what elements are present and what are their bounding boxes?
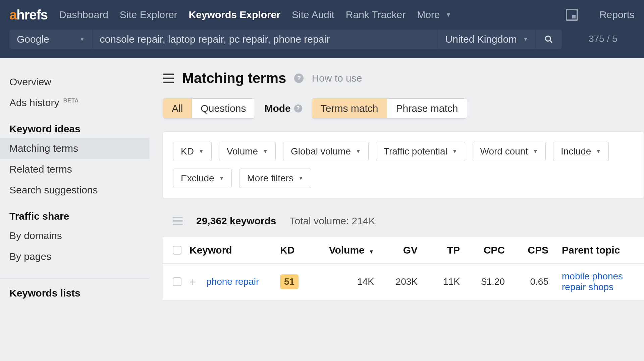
mode-row: All Questions Mode ? Terms match Phrase … [163, 98, 644, 119]
nav-dashboard[interactable]: Dashboard [59, 9, 108, 20]
usage-counter: 375 / 5 [589, 30, 618, 44]
chevron-down-icon: ▼ [219, 175, 224, 181]
select-all-checkbox[interactable] [173, 246, 181, 255]
how-to-use-link[interactable]: How to use [312, 73, 362, 84]
sidebar-item-ads-history[interactable]: Ads history BETA [0, 92, 149, 113]
logo-rest: hrefs [16, 7, 48, 22]
nav-more[interactable]: More ▼ [417, 9, 451, 20]
col-keyword[interactable]: Keyword [190, 244, 280, 256]
country-label: United Kingdom [445, 34, 517, 45]
sidebar-heading-keywords-lists: Keywords lists [0, 285, 149, 302]
nav-rank-tracker[interactable]: Rank Tracker [346, 9, 406, 20]
filter-more[interactable]: More filters▼ [239, 169, 311, 188]
search-engine-label: Google [17, 34, 49, 45]
row-checkbox[interactable] [173, 277, 181, 286]
sidebar-heading-traffic-share: Traffic share [0, 200, 149, 225]
sidebar-item-search-suggestions[interactable]: Search suggestions [0, 180, 149, 200]
chevron-down-icon: ▼ [452, 148, 458, 154]
sidebar-item-by-domains[interactable]: By domains [0, 225, 149, 246]
filter-exclude[interactable]: Exclude▼ [173, 169, 232, 188]
search-icon [544, 35, 553, 44]
kd-badge: 51 [280, 274, 299, 289]
filters-panel: KD▼ Volume▼ Global volume▼ Traffic poten… [163, 131, 644, 198]
menu-icon[interactable] [163, 74, 174, 83]
match-mode-toggle: Terms match Phrase match [312, 98, 467, 119]
total-volume: Total volume: 214K [290, 215, 375, 227]
chevron-down-icon: ▼ [298, 175, 304, 181]
chevron-down-icon: ▼ [596, 148, 601, 154]
help-icon[interactable]: ? [294, 74, 304, 83]
search-button[interactable] [536, 30, 562, 49]
chevron-down-icon: ▼ [523, 36, 528, 42]
logo[interactable]: ahrefs [9, 7, 48, 22]
nav-more-label: More [417, 9, 440, 20]
search-row: Google ▼ console repair, laptop repair, … [0, 30, 644, 58]
pill-questions[interactable]: Questions [192, 99, 255, 118]
col-parent-topic[interactable]: Parent topic [552, 244, 634, 256]
filter-global-volume[interactable]: Global volume▼ [283, 142, 369, 161]
parent-topic-link[interactable]: mobile phones repair shops [562, 271, 623, 292]
nav-site-audit[interactable]: Site Audit [292, 9, 334, 20]
nav-site-explorer[interactable]: Site Explorer [120, 9, 177, 20]
nav-reports[interactable]: Reports [599, 9, 635, 20]
title-row: Matching terms ? How to use [163, 70, 644, 86]
col-cps[interactable]: CPS [508, 244, 552, 256]
sidebar-item-matching-terms[interactable]: Matching terms [0, 138, 149, 159]
keyword-link[interactable]: phone repair [206, 276, 259, 287]
sort-desc-icon: ▼ [369, 249, 374, 255]
keywords-input[interactable]: console repair, laptop repair, pc repair… [92, 30, 438, 49]
country-select[interactable]: United Kingdom ▼ [438, 30, 536, 49]
chevron-down-icon: ▼ [263, 148, 268, 154]
main-content: Matching terms ? How to use All Question… [149, 58, 644, 302]
chevron-down-icon: ▼ [199, 148, 204, 154]
col-tp[interactable]: TP [421, 244, 465, 256]
search-engine-select[interactable]: Google ▼ [9, 30, 92, 49]
cell-tp: 11K [421, 276, 465, 287]
keyword-count: 29,362 keywords [196, 215, 276, 227]
cell-volume: 14K [314, 276, 381, 287]
svg-point-0 [546, 36, 551, 41]
bookmark-icon[interactable] [566, 9, 578, 21]
col-volume[interactable]: Volume ▼ [314, 244, 381, 256]
sidebar-heading-keyword-ideas: Keyword ideas [0, 113, 149, 138]
col-kd[interactable]: KD [280, 244, 314, 256]
col-cpc[interactable]: CPC [465, 244, 508, 256]
sidebar-divider [0, 278, 149, 279]
chevron-down-icon: ▼ [356, 148, 361, 154]
chevron-down-icon: ▼ [445, 11, 451, 18]
logo-a: a [9, 7, 16, 22]
results-type-toggle: All Questions [163, 98, 255, 119]
filter-volume[interactable]: Volume▼ [219, 142, 276, 161]
sidebar-item-related-terms[interactable]: Related terms [0, 159, 149, 180]
page-title: Matching terms [182, 70, 286, 86]
filter-traffic-potential[interactable]: Traffic potential▼ [376, 142, 465, 161]
summary-row: 29,362 keywords Total volume: 214K [163, 215, 644, 227]
cell-cps: 0.65 [508, 276, 552, 287]
filter-word-count[interactable]: Word count▼ [473, 142, 546, 161]
beta-badge: BETA [63, 98, 79, 103]
pill-phrase-match[interactable]: Phrase match [387, 99, 467, 118]
pill-terms-match[interactable]: Terms match [312, 99, 387, 118]
expand-icon[interactable]: + [190, 275, 206, 288]
top-nav: ahrefs Dashboard Site Explorer Keywords … [0, 0, 644, 30]
sidebar-item-by-pages[interactable]: By pages [0, 246, 149, 267]
filter-kd[interactable]: KD▼ [173, 142, 212, 161]
chevron-down-icon: ▼ [533, 148, 538, 154]
filters-row: KD▼ Volume▼ Global volume▼ Traffic poten… [163, 132, 644, 198]
svg-line-1 [550, 40, 552, 43]
ads-history-label: Ads history [9, 97, 59, 108]
filter-include[interactable]: Include▼ [553, 142, 609, 161]
sidebar-item-overview[interactable]: Overview [0, 72, 149, 92]
help-icon[interactable]: ? [294, 104, 302, 112]
pill-all[interactable]: All [163, 99, 192, 118]
sidebar: Overview Ads history BETA Keyword ideas … [0, 58, 149, 302]
list-icon[interactable] [173, 217, 183, 225]
keywords-input-value: console repair, laptop repair, pc repair… [100, 34, 330, 45]
nav-keywords-explorer[interactable]: Keywords Explorer [189, 9, 280, 20]
mode-label: Mode ? [264, 103, 302, 114]
table-header: Keyword KD Volume ▼ GV TP CPC CPS Parent… [163, 237, 644, 264]
cell-cpc: $1.20 [465, 276, 508, 287]
keywords-table: Keyword KD Volume ▼ GV TP CPC CPS Parent… [163, 237, 644, 300]
col-gv[interactable]: GV [381, 244, 421, 256]
cell-gv: 203K [381, 276, 421, 287]
